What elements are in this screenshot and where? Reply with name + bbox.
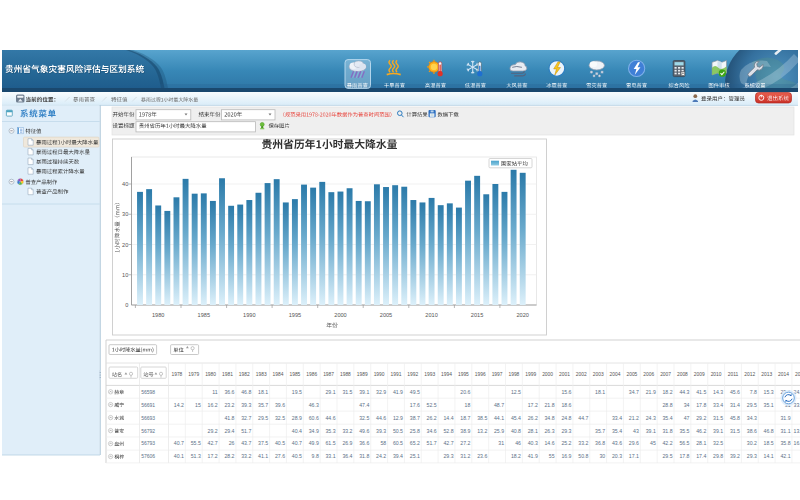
svg-text:50.8: 50.8 (578, 453, 588, 459)
svg-text:26.2: 26.2 (528, 415, 538, 421)
svg-text:29.1: 29.1 (325, 389, 335, 395)
svg-text:31.1: 31.1 (780, 428, 790, 434)
svg-text:33.1: 33.1 (325, 453, 335, 459)
svg-text:52.8: 52.8 (443, 428, 453, 434)
svg-text:26: 26 (229, 440, 235, 446)
svg-text:34.8: 34.8 (544, 415, 554, 421)
svg-text:57606: 57606 (141, 453, 155, 459)
svg-text:24.8: 24.8 (561, 415, 571, 421)
svg-text:31.9: 31.9 (780, 415, 790, 421)
svg-text:29.5: 29.5 (662, 453, 672, 459)
svg-text:35.4: 35.4 (612, 428, 622, 434)
svg-text:2010: 2010 (425, 312, 437, 318)
svg-text:1995: 1995 (458, 372, 469, 377)
svg-text:35.3: 35.3 (325, 428, 335, 434)
svg-text:37.5: 37.5 (258, 440, 268, 446)
svg-text:42.7: 42.7 (443, 440, 453, 446)
svg-text:7.8: 7.8 (750, 389, 757, 395)
svg-text:34.3: 34.3 (747, 415, 757, 421)
svg-text:28.9: 28.9 (292, 415, 302, 421)
svg-text:49.9: 49.9 (309, 440, 319, 446)
svg-text:38.9: 38.9 (460, 428, 470, 434)
svg-text:29.2: 29.2 (208, 428, 218, 434)
svg-text:56.5: 56.5 (679, 440, 689, 446)
svg-text:65.2: 65.2 (410, 440, 420, 446)
svg-text:31.5: 31.5 (713, 415, 723, 421)
svg-text:1993: 1993 (424, 372, 435, 377)
svg-text:31.8: 31.8 (359, 453, 369, 459)
svg-text:2011: 2011 (728, 372, 739, 377)
svg-text:31: 31 (498, 440, 504, 446)
svg-text:17.4: 17.4 (696, 453, 706, 459)
svg-text:18.1: 18.1 (258, 389, 268, 395)
svg-text:1990: 1990 (374, 372, 385, 377)
svg-text:26.9: 26.9 (342, 440, 352, 446)
svg-text:12.9: 12.9 (393, 415, 403, 421)
svg-text:1983: 1983 (256, 372, 267, 377)
svg-text:18.6: 18.6 (561, 402, 571, 408)
svg-text:32.7: 32.7 (241, 415, 251, 421)
svg-text:0: 0 (125, 302, 128, 308)
svg-text:1992: 1992 (407, 372, 418, 377)
svg-text:20: 20 (122, 242, 128, 248)
svg-text:28.2: 28.2 (224, 453, 234, 459)
svg-text:1986: 1986 (306, 372, 317, 377)
svg-text:60.6: 60.6 (309, 415, 319, 421)
svg-text:45.4: 45.4 (511, 415, 521, 421)
svg-text:18.2: 18.2 (662, 389, 672, 395)
svg-text:1998: 1998 (508, 372, 519, 377)
svg-text:2005: 2005 (626, 372, 637, 377)
svg-text:15.6: 15.6 (561, 389, 571, 395)
svg-text:1985: 1985 (198, 312, 210, 318)
svg-text:49.5: 49.5 (410, 389, 420, 395)
svg-text:9.8: 9.8 (312, 453, 319, 459)
svg-text:40.3: 40.3 (528, 440, 538, 446)
svg-text:51.7: 51.7 (427, 440, 437, 446)
svg-text:1984: 1984 (273, 372, 284, 377)
svg-text:28.8: 28.8 (662, 402, 672, 408)
svg-text:36.8: 36.8 (595, 440, 605, 446)
svg-text:1990: 1990 (243, 312, 255, 318)
svg-text:39.1: 39.1 (646, 428, 656, 434)
svg-text:1999: 1999 (525, 372, 536, 377)
svg-text:33.4: 33.4 (713, 402, 723, 408)
svg-text:46.8: 46.8 (241, 389, 251, 395)
svg-text:1981: 1981 (222, 372, 233, 377)
svg-text:17.6: 17.6 (410, 402, 420, 408)
svg-text:24.2: 24.2 (376, 453, 386, 459)
svg-text:2007: 2007 (660, 372, 671, 377)
svg-text:40.1: 40.1 (174, 453, 184, 459)
svg-text:29.5: 29.5 (747, 402, 757, 408)
svg-text:18.2: 18.2 (511, 453, 521, 459)
svg-text:1982: 1982 (239, 372, 250, 377)
svg-text:1997: 1997 (492, 372, 503, 377)
svg-text:1988: 1988 (340, 372, 351, 377)
svg-text:41.8: 41.8 (224, 415, 234, 421)
svg-text:46: 46 (515, 440, 521, 446)
svg-text:25.9: 25.9 (494, 428, 504, 434)
svg-text:56693: 56693 (141, 415, 155, 421)
svg-text:17.1: 17.1 (629, 453, 639, 459)
svg-text:45: 45 (650, 440, 656, 446)
svg-text:40.7: 40.7 (292, 440, 302, 446)
svg-text:29.8: 29.8 (713, 453, 723, 459)
svg-text:40.4: 40.4 (292, 428, 302, 434)
svg-text:38.5: 38.5 (477, 415, 487, 421)
svg-text:32.5: 32.5 (275, 415, 285, 421)
svg-text:2012: 2012 (744, 372, 755, 377)
svg-text:46.3: 46.3 (309, 402, 319, 408)
svg-text:35.7: 35.7 (595, 428, 605, 434)
svg-text:51.7: 51.7 (241, 428, 251, 434)
svg-text:14.1: 14.1 (764, 453, 774, 459)
svg-text:40.7: 40.7 (174, 440, 184, 446)
svg-text:45.8: 45.8 (730, 415, 740, 421)
svg-text:26.2: 26.2 (427, 415, 437, 421)
svg-text:2006: 2006 (643, 372, 654, 377)
svg-text:36.6: 36.6 (359, 440, 369, 446)
svg-text:2008: 2008 (677, 372, 688, 377)
svg-text:29.5: 29.5 (258, 415, 268, 421)
svg-text:2010: 2010 (711, 372, 722, 377)
svg-text:29.3: 29.3 (443, 453, 453, 459)
svg-text:2005: 2005 (380, 312, 392, 318)
svg-text:43.6: 43.6 (612, 440, 622, 446)
